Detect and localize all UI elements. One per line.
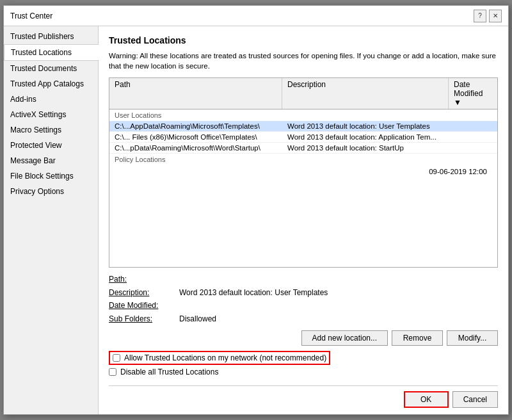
sidebar-item-macro-settings[interactable]: Macro Settings [4, 122, 98, 138]
header-description: Description [282, 78, 449, 109]
table-row[interactable]: C:\...pData\Roaming\Microsoft\Word\Start… [109, 143, 497, 154]
sidebar-item-protected-view[interactable]: Protected View [4, 138, 98, 153]
table-body: User Locations C:\...AppData\Roaming\Mic… [109, 109, 497, 267]
row-date [449, 143, 497, 153]
action-buttons: Add new location... Remove Modify... [109, 330, 498, 346]
row-description: Word 2013 default location: StartUp [282, 143, 449, 153]
warning-text: Warning: All these locations are treated… [109, 51, 498, 71]
row-date [449, 132, 497, 142]
sidebar-item-trusted-locations[interactable]: Trusted Locations [4, 44, 99, 61]
sidebar-item-add-ins[interactable]: Add-ins [4, 92, 98, 107]
date-modified-value [179, 299, 498, 312]
sidebar-item-trusted-documents[interactable]: Trusted Documents [4, 61, 98, 76]
row-description: Word 2013 default location: User Templat… [282, 121, 449, 131]
info-section: Path: Description: Word 2013 default loc… [109, 273, 498, 325]
allow-network-checkbox[interactable] [113, 354, 120, 362]
disable-all-label: Disable all Trusted Locations [120, 368, 218, 376]
row-path: C:\...pData\Roaming\Microsoft\Word\Start… [109, 143, 282, 153]
dialog-title: Trust Center [10, 12, 52, 20]
panel-title: Trusted Locations [109, 35, 498, 45]
sidebar-item-activex-settings[interactable]: ActiveX Settings [4, 107, 98, 122]
checkboxes-section: Allow Trusted Locations on my network (n… [109, 351, 498, 379]
sidebar-item-privacy-options[interactable]: Privacy Options [4, 184, 98, 199]
title-bar: Trust Center ? ✕ [4, 6, 508, 26]
row-path: C:\...AppData\Roaming\Microsoft\Template… [109, 121, 282, 131]
row-path: C:\... Files (x86)\Microsoft Office\Temp… [109, 132, 282, 142]
bottom-buttons: OK Cancel [109, 385, 498, 408]
header-date-modified[interactable]: Date Modified ▼ [449, 78, 497, 109]
description-label: Description: [109, 286, 179, 299]
sidebar-item-file-block-settings[interactable]: File Block Settings [4, 168, 98, 184]
path-label: Path: [109, 273, 179, 286]
policy-row: 09-06-2019 12:00 [109, 165, 497, 178]
network-checkbox-container: Allow Trusted Locations on my network (n… [109, 351, 330, 365]
row-date [449, 121, 497, 131]
main-panel: Trusted Locations Warning: All these loc… [99, 26, 508, 414]
sidebar-item-trusted-app-catalogs[interactable]: Trusted App Catalogs [4, 76, 98, 92]
close-button[interactable]: ✕ [489, 10, 502, 22]
sub-folders-label: Sub Folders: [109, 312, 179, 325]
help-button[interactable]: ? [474, 10, 486, 22]
date-info-row: Date Modified: [109, 299, 498, 312]
disable-all-checkbox-row: Disable all Trusted Locations [109, 368, 498, 376]
disable-all-checkbox[interactable] [109, 368, 116, 376]
locations-table: Path Description Date Modified ▼ User Lo… [109, 77, 498, 268]
row-description: Word 2013 default location: Application … [282, 132, 449, 142]
table-header: Path Description Date Modified ▼ [109, 78, 497, 109]
table-row[interactable]: C:\...AppData\Roaming\Microsoft\Template… [109, 121, 497, 132]
ok-button[interactable]: OK [404, 391, 449, 408]
date-modified-label: Date Modified: [109, 299, 179, 312]
cancel-button[interactable]: Cancel [452, 391, 498, 408]
description-info-row: Description: Word 2013 default location:… [109, 286, 498, 299]
trust-center-dialog: Trust Center ? ✕ Trusted Publishers Trus… [3, 5, 509, 415]
remove-button[interactable]: Remove [392, 330, 443, 346]
path-value [179, 273, 498, 286]
sidebar: Trusted Publishers Trusted Locations Tru… [4, 26, 99, 414]
path-info-row: Path: [109, 273, 498, 286]
subfolders-info-row: Sub Folders: Disallowed [109, 312, 498, 325]
policy-date: 09-06-2019 12:00 [424, 166, 492, 177]
title-controls: ? ✕ [474, 10, 502, 22]
policy-locations-label: Policy Locations [109, 154, 497, 165]
modify-button[interactable]: Modify... [447, 330, 498, 346]
sidebar-item-message-bar[interactable]: Message Bar [4, 153, 98, 168]
allow-network-checkbox-row: Allow Trusted Locations on my network (n… [109, 351, 498, 365]
description-value: Word 2013 default location: User Templat… [179, 286, 498, 299]
user-locations-label: User Locations [109, 109, 497, 121]
sidebar-item-trusted-publishers[interactable]: Trusted Publishers [4, 29, 98, 44]
dialog-content: Trusted Publishers Trusted Locations Tru… [4, 26, 508, 414]
header-path: Path [109, 78, 282, 109]
table-row[interactable]: C:\... Files (x86)\Microsoft Office\Temp… [109, 132, 497, 143]
add-new-location-button[interactable]: Add new location... [301, 330, 388, 346]
sub-folders-value: Disallowed [179, 312, 498, 325]
allow-network-label: Allow Trusted Locations on my network (n… [124, 353, 326, 362]
